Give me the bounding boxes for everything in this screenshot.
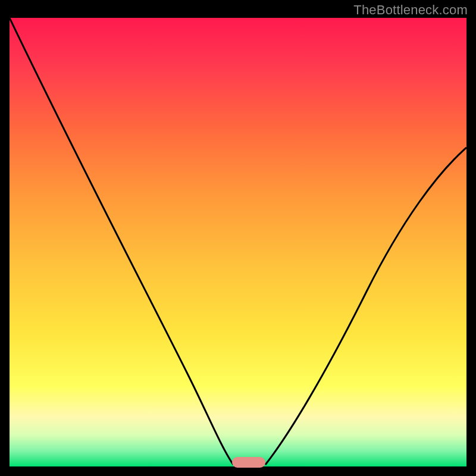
chart-container: TheBottleneck.com: [0, 0, 476, 476]
bottleneck-curve: [10, 18, 466, 466]
curve-left-branch: [10, 18, 233, 465]
curve-right-branch: [265, 148, 466, 465]
optimal-marker: [232, 457, 265, 468]
plot-area: [10, 18, 466, 466]
attribution-label: TheBottleneck.com: [353, 2, 468, 18]
